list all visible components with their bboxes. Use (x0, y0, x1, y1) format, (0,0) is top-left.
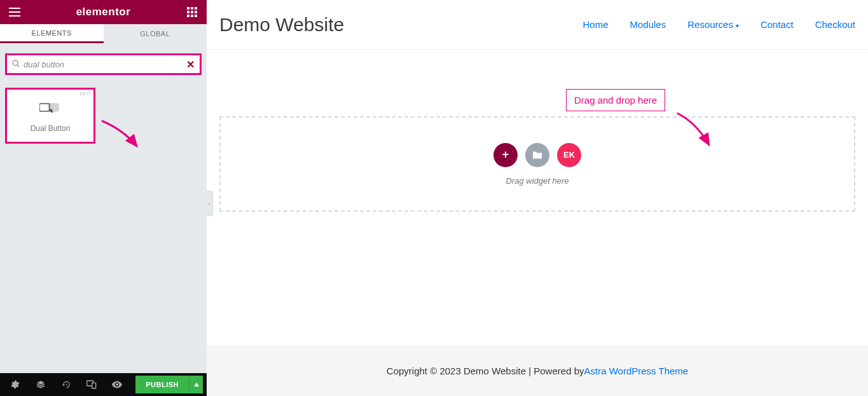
nav-contact[interactable]: Contact (761, 19, 794, 30)
elementor-panel: elementor ELEMENTS GLOBAL ✕ EKIT (0, 0, 207, 396)
nav-checkout[interactable]: Checkout (815, 19, 855, 30)
ek-icon: EK (563, 150, 575, 160)
chevron-down-icon: ▾ (736, 22, 739, 29)
widget-search: ✕ (5, 53, 202, 75)
settings-icon[interactable] (4, 376, 27, 393)
footer-theme-link[interactable]: Astra WordPress Theme (584, 365, 689, 376)
nav-home[interactable]: Home (583, 19, 609, 30)
drop-hint: Drag widget here (506, 176, 569, 186)
svg-rect-3 (187, 11, 189, 13)
preview-area: Demo Website Home Modules Resources▾ Con… (207, 0, 868, 396)
add-section-button[interactable]: + (493, 143, 518, 167)
dual-button-icon (12, 101, 88, 118)
elementor-logo: elementor (76, 6, 131, 18)
menu-icon[interactable] (8, 5, 22, 19)
svg-rect-5 (195, 11, 197, 13)
svg-rect-4 (191, 11, 193, 13)
add-template-button[interactable] (525, 143, 549, 167)
svg-rect-1 (191, 7, 193, 10)
folder-icon (532, 151, 543, 160)
site-title: Demo Website (219, 14, 344, 36)
svg-rect-6 (187, 15, 189, 17)
publish-options-button[interactable] (189, 376, 203, 393)
tab-elements[interactable]: ELEMENTS (0, 24, 104, 43)
editor-canvas[interactable]: Drag and drop here + EK Drag widget here (207, 50, 868, 345)
clear-search-icon[interactable]: ✕ (186, 58, 195, 71)
publish-button[interactable]: PUBLISH (135, 376, 189, 393)
site-header: Demo Website Home Modules Resources▾ Con… (207, 0, 868, 50)
preview-icon[interactable] (106, 376, 128, 393)
svg-point-9 (13, 60, 18, 65)
svg-rect-0 (187, 7, 189, 10)
svg-rect-2 (195, 7, 197, 10)
nav-resources[interactable]: Resources▾ (687, 19, 739, 30)
drop-section[interactable]: + EK Drag widget here (219, 116, 855, 212)
widget-badge: EKIT (77, 90, 93, 98)
search-input[interactable] (24, 60, 186, 69)
apps-icon[interactable] (185, 5, 199, 19)
publish-group: PUBLISH (135, 376, 203, 393)
elementskit-button[interactable]: EK (557, 143, 581, 167)
panel-header: elementor (0, 0, 207, 24)
svg-line-10 (17, 65, 19, 67)
annotation-callout: Drag and drop here (566, 89, 665, 111)
widget-label: Dual Button (12, 124, 88, 133)
svg-rect-14 (92, 383, 96, 388)
site-footer: Copyright © 2023 Demo Website | Powered … (207, 345, 868, 396)
panel-body: ✕ EKIT Dual Button (0, 43, 207, 373)
navigator-icon[interactable] (29, 376, 52, 393)
plus-icon: + (502, 148, 509, 161)
nav-modules[interactable]: Modules (630, 19, 666, 30)
svg-rect-7 (191, 15, 193, 17)
history-icon[interactable] (55, 376, 78, 393)
panel-tabs: ELEMENTS GLOBAL (0, 24, 207, 43)
drop-buttons: + EK (493, 143, 581, 167)
svg-rect-8 (195, 15, 197, 17)
search-icon (12, 58, 20, 70)
site-nav: Home Modules Resources▾ Contact Checkout (583, 19, 856, 30)
tab-global[interactable]: GLOBAL (104, 24, 207, 43)
widget-dual-button[interactable]: EKIT Dual Button (5, 88, 95, 144)
footer-text: Copyright © 2023 Demo Website | Powered … (387, 365, 584, 376)
responsive-icon[interactable] (80, 376, 103, 393)
panel-footer: PUBLISH (0, 373, 207, 396)
